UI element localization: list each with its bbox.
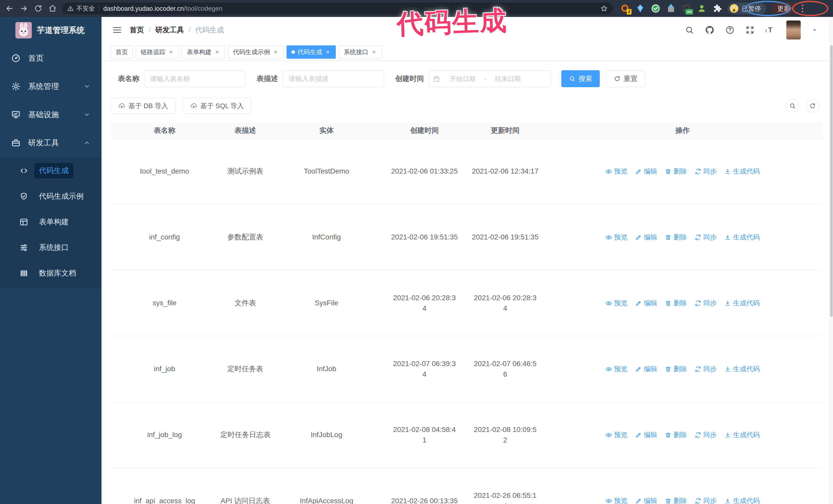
sidebar-item-home[interactable]: 首页 — [0, 44, 101, 72]
right-toolbar — [786, 99, 819, 113]
import-sql-button[interactable]: 基于 SQL 导入 — [183, 98, 252, 114]
preview-link[interactable]: 预览 — [605, 496, 627, 504]
preview-link[interactable]: 预览 — [605, 298, 627, 308]
cell-actions: 预览 编辑 删除 同步 生成代码 — [542, 468, 823, 504]
delete-link[interactable]: 删除 — [665, 167, 687, 176]
address-bar[interactable]: 不安全 dashboard.yudao.iocoder.cn/tool/code… — [62, 3, 613, 14]
edit-link[interactable]: 编辑 — [635, 364, 657, 374]
sidebar-item-code-generation[interactable]: 代码生成 — [0, 158, 101, 184]
edit-link[interactable]: 编辑 — [635, 298, 657, 308]
font-size-icon[interactable]: tT — [765, 25, 776, 34]
generate-code-link[interactable]: 生成代码 — [724, 364, 760, 374]
search-icon[interactable] — [685, 25, 694, 34]
sync-link[interactable]: 同步 — [695, 496, 717, 504]
close-icon[interactable]: × — [168, 49, 174, 55]
delete-link[interactable]: 删除 — [665, 364, 687, 374]
hamburger-icon[interactable] — [112, 25, 122, 35]
generate-code-link[interactable]: 生成代码 — [724, 233, 760, 242]
scrollbar-thumb[interactable] — [830, 45, 833, 317]
close-icon[interactable]: × — [272, 49, 279, 55]
generate-code-link[interactable]: 生成代码 — [724, 167, 760, 176]
table-name-input[interactable] — [144, 70, 245, 87]
user-avatar[interactable] — [786, 21, 801, 40]
table-desc-input[interactable] — [283, 70, 384, 87]
chevron-down-icon[interactable] — [811, 27, 818, 33]
delete-link[interactable]: 删除 — [665, 430, 687, 440]
table-row: inf_config 参数配置表 InfConfig 2021-02-06 19… — [111, 204, 823, 270]
end-date-input[interactable] — [487, 75, 528, 82]
reload-icon[interactable] — [32, 3, 44, 14]
home-icon[interactable] — [47, 3, 58, 14]
search-button[interactable]: 搜索 — [561, 70, 600, 87]
sidebar-item-database-docs[interactable]: 数据库文档 — [0, 261, 101, 286]
tab-home[interactable]: 首页 — [111, 45, 133, 59]
edit-link[interactable]: 编辑 — [635, 167, 657, 176]
preview-link[interactable]: 预览 — [605, 430, 627, 440]
fullscreen-icon[interactable] — [745, 25, 755, 34]
generate-code-link[interactable]: 生成代码 — [724, 496, 760, 504]
edit-link[interactable]: 编辑 — [635, 430, 657, 440]
generate-code-link[interactable]: 生成代码 — [724, 430, 760, 440]
edit-link[interactable]: 编辑 — [635, 496, 657, 504]
puzzle-extensions-icon[interactable] — [712, 3, 723, 14]
green-key-extension-icon[interactable] — [696, 3, 708, 14]
github-icon[interactable] — [705, 25, 715, 35]
edit-link[interactable]: 编辑 — [635, 233, 657, 242]
delete-link[interactable]: 删除 — [665, 298, 687, 308]
gem-extension-icon[interactable] — [635, 3, 646, 14]
sidebar-item-codegen-example[interactable]: 代码生成示例 — [0, 184, 101, 209]
sidebar-item-form-builder[interactable]: 表单构建 — [0, 209, 101, 235]
tab-codegen-example[interactable]: 代码生成示例× — [228, 45, 284, 59]
close-icon[interactable]: × — [371, 49, 377, 55]
import-db-button[interactable]: 基于 DB 导入 — [111, 98, 175, 114]
scrollbar[interactable] — [829, 17, 833, 504]
tab-tracing[interactable]: 链路追踪× — [136, 45, 179, 59]
cell-table-name: tool_test_demo — [111, 139, 218, 204]
dev-tools-submenu: 代码生成 代码生成示例 表单构建 系统接口 数据库文档 — [0, 157, 101, 289]
sidebar-item-system-api[interactable]: 系统接口 — [0, 235, 101, 261]
back-icon[interactable] — [4, 3, 15, 14]
help-icon[interactable] — [725, 25, 735, 34]
close-icon[interactable]: × — [325, 49, 331, 55]
date-range-picker[interactable]: - — [429, 70, 551, 87]
header-table-name: 表名称 — [111, 123, 218, 139]
forward-icon[interactable] — [18, 3, 30, 14]
generate-code-link[interactable]: 生成代码 — [724, 298, 760, 308]
security-label[interactable]: 不安全 — [76, 4, 95, 13]
dark-extension-icon[interactable]: on — [681, 3, 692, 14]
sync-link[interactable]: 同步 — [695, 233, 717, 242]
reset-button[interactable]: 重置 — [606, 70, 645, 87]
breadcrumb-home[interactable]: 首页 — [130, 25, 144, 35]
sidebar-item-infrastructure[interactable]: 基础设施 — [0, 100, 101, 129]
preview-link[interactable]: 预览 — [605, 233, 627, 242]
extension-badge-count: 1 — [627, 9, 632, 15]
tab-form-builder[interactable]: 表单构建× — [182, 45, 225, 59]
start-date-input[interactable] — [442, 75, 483, 82]
bookmark-star-icon[interactable] — [600, 5, 608, 12]
sidebar-item-label: 首页 — [28, 53, 44, 64]
close-icon[interactable]: × — [214, 49, 220, 55]
delete-link[interactable]: 删除 — [665, 496, 687, 504]
sidebar-item-system-management[interactable]: 系统管理 — [0, 72, 101, 100]
green-check-extension-icon[interactable] — [650, 3, 661, 14]
active-dot — [291, 50, 295, 54]
tab-system-api[interactable]: 系统接口× — [339, 45, 382, 59]
tab-code-generation[interactable]: 代码生成× — [287, 45, 336, 59]
sync-link[interactable]: 同步 — [695, 430, 717, 440]
cell-actions: 预览 编辑 删除 同步 生成代码 — [542, 270, 823, 336]
app-logo-row[interactable]: 芋道管理系统 — [0, 17, 101, 44]
preview-link[interactable]: 预览 — [605, 364, 627, 374]
sync-link[interactable]: 同步 — [695, 364, 717, 374]
delete-link[interactable]: 删除 — [665, 233, 687, 242]
orange-extension-icon[interactable]: 1 — [619, 3, 630, 14]
sidebar-item-label: 研发工具 — [28, 138, 59, 148]
toggle-search-icon[interactable] — [786, 99, 799, 113]
preview-link[interactable]: 预览 — [605, 167, 627, 176]
sidebar-item-dev-tools[interactable]: 研发工具 — [0, 129, 101, 157]
url-text[interactable]: dashboard.yudao.iocoder.cn/tool/codegen — [103, 5, 222, 12]
sync-link[interactable]: 同步 — [695, 298, 717, 308]
refresh-icon[interactable] — [806, 99, 819, 113]
sync-link[interactable]: 同步 — [695, 167, 717, 176]
gray-card-extension-icon[interactable] — [665, 3, 677, 14]
breadcrumb-dev-tools[interactable]: 研发工具 — [155, 25, 184, 35]
